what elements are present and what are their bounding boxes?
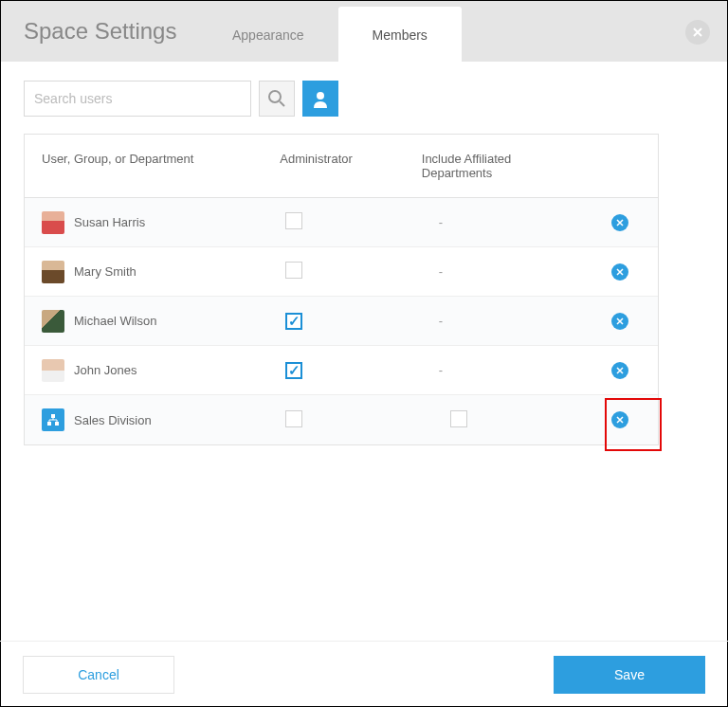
- add-user-button[interactable]: [302, 81, 338, 117]
- search-button[interactable]: [259, 81, 295, 117]
- content-area: User, Group, or Department Administrator…: [1, 62, 727, 464]
- user-icon: [311, 89, 330, 108]
- save-button[interactable]: Save: [554, 656, 705, 694]
- user-cell: John Jones: [25, 359, 280, 382]
- dept-cell: -: [422, 215, 583, 229]
- svg-rect-3: [51, 414, 55, 418]
- tab-appearance[interactable]: Appearance: [198, 7, 338, 62]
- header-bar: Space Settings Appearance Members: [1, 1, 727, 62]
- admin-checkbox[interactable]: [285, 262, 302, 279]
- header-admin: Administrator: [280, 152, 422, 180]
- close-button[interactable]: [685, 20, 710, 45]
- dept-cell: -: [422, 264, 583, 279]
- close-icon: [616, 268, 624, 276]
- remove-button[interactable]: [611, 362, 628, 379]
- table-header: User, Group, or Department Administrator…: [25, 135, 658, 198]
- checkmark-icon: ✓: [288, 363, 300, 377]
- tab-members[interactable]: Members: [338, 7, 462, 62]
- avatar: [42, 310, 64, 333]
- admin-cell: ✓: [280, 362, 422, 379]
- cancel-button[interactable]: Cancel: [23, 656, 174, 694]
- page-title: Space Settings: [24, 18, 176, 45]
- table-row: John Jones✓-: [25, 346, 658, 395]
- admin-checkbox[interactable]: ✓: [285, 362, 302, 379]
- table-row: Michael Wilson✓-: [25, 297, 658, 346]
- table-row: Mary Smith-: [25, 247, 658, 297]
- user-cell: Mary Smith: [25, 261, 280, 283]
- header-dept: Include Affiliated Departments: [422, 152, 582, 180]
- avatar: [42, 261, 64, 283]
- avatar: [42, 359, 64, 382]
- svg-point-0: [269, 91, 281, 102]
- close-icon: [616, 219, 624, 227]
- remove-cell: [582, 214, 658, 231]
- close-icon: [616, 367, 624, 374]
- user-cell: Sales Division: [25, 408, 280, 431]
- member-name: John Jones: [74, 363, 137, 377]
- member-name: Mary Smith: [74, 264, 136, 279]
- table-row: Sales Division: [25, 395, 658, 444]
- search-icon: [267, 89, 286, 108]
- user-cell: Michael Wilson: [25, 310, 280, 333]
- remove-cell: [582, 411, 658, 428]
- user-cell: Susan Harris: [25, 211, 280, 234]
- avatar: [42, 211, 64, 234]
- svg-line-1: [280, 101, 284, 106]
- remove-button[interactable]: [611, 313, 628, 330]
- remove-button[interactable]: [611, 214, 628, 231]
- org-icon: [42, 408, 64, 431]
- table-row: Susan Harris-: [25, 198, 658, 247]
- search-row: [24, 81, 704, 117]
- remove-button[interactable]: [611, 411, 628, 428]
- remove-cell: [582, 263, 658, 281]
- tabs: Appearance Members: [198, 7, 462, 62]
- admin-cell: [280, 410, 422, 430]
- footer: Cancel Save: [0, 641, 728, 707]
- close-icon: [616, 317, 624, 325]
- dept-cell: -: [422, 363, 583, 377]
- dept-cell: [422, 410, 583, 430]
- svg-rect-4: [47, 422, 51, 426]
- admin-checkbox[interactable]: [285, 212, 302, 229]
- checkmark-icon: ✓: [288, 314, 300, 328]
- members-table: User, Group, or Department Administrator…: [24, 134, 659, 445]
- remove-button[interactable]: [611, 263, 628, 281]
- admin-checkbox[interactable]: ✓: [285, 313, 302, 330]
- dept-checkbox[interactable]: [450, 410, 467, 427]
- header-user: User, Group, or Department: [25, 152, 280, 180]
- close-icon: [693, 27, 702, 37]
- search-input[interactable]: [24, 81, 251, 117]
- remove-cell: [582, 313, 658, 330]
- dept-cell: -: [422, 314, 583, 328]
- member-name: Michael Wilson: [74, 314, 156, 328]
- admin-cell: ✓: [280, 313, 422, 330]
- svg-rect-5: [55, 422, 59, 426]
- header-remove: [582, 152, 658, 180]
- admin-cell: [280, 212, 422, 232]
- member-name: Susan Harris: [74, 215, 145, 229]
- admin-checkbox[interactable]: [285, 410, 302, 427]
- member-name: Sales Division: [74, 413, 152, 427]
- close-icon: [616, 416, 624, 424]
- remove-cell: [582, 362, 658, 379]
- svg-point-2: [317, 92, 324, 100]
- admin-cell: [280, 262, 422, 281]
